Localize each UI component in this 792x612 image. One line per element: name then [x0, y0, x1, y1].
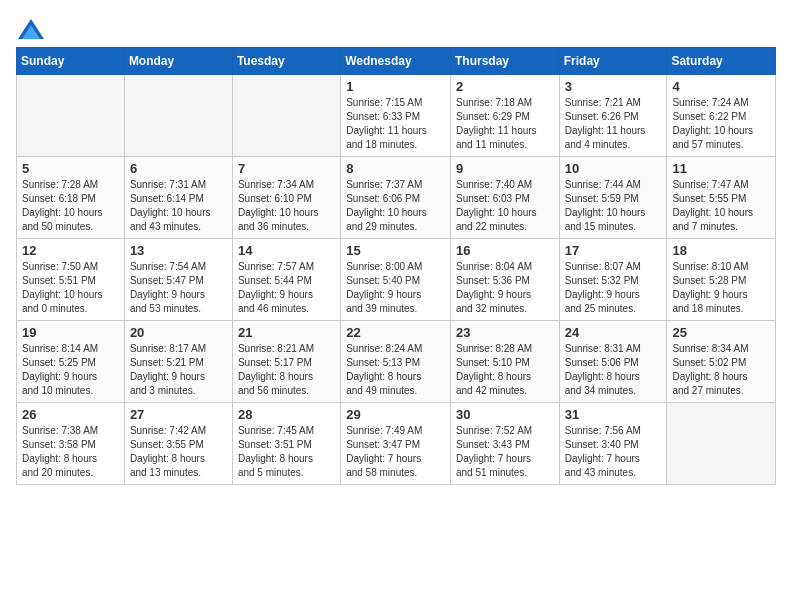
day-info: Sunrise: 7:38 AM Sunset: 3:58 PM Dayligh… [22, 424, 119, 480]
day-info: Sunrise: 7:21 AM Sunset: 6:26 PM Dayligh… [565, 96, 662, 152]
calendar-cell: 22Sunrise: 8:24 AM Sunset: 5:13 PM Dayli… [341, 321, 451, 403]
day-info: Sunrise: 7:31 AM Sunset: 6:14 PM Dayligh… [130, 178, 227, 234]
calendar-cell: 14Sunrise: 7:57 AM Sunset: 5:44 PM Dayli… [232, 239, 340, 321]
calendar-cell: 27Sunrise: 7:42 AM Sunset: 3:55 PM Dayli… [124, 403, 232, 485]
calendar-week-1: 1Sunrise: 7:15 AM Sunset: 6:33 PM Daylig… [17, 75, 776, 157]
calendar-week-2: 5Sunrise: 7:28 AM Sunset: 6:18 PM Daylig… [17, 157, 776, 239]
day-info: Sunrise: 7:56 AM Sunset: 3:40 PM Dayligh… [565, 424, 662, 480]
calendar-cell [124, 75, 232, 157]
calendar-table: SundayMondayTuesdayWednesdayThursdayFrid… [16, 47, 776, 485]
day-number: 1 [346, 79, 445, 94]
day-info: Sunrise: 8:24 AM Sunset: 5:13 PM Dayligh… [346, 342, 445, 398]
day-info: Sunrise: 8:28 AM Sunset: 5:10 PM Dayligh… [456, 342, 554, 398]
day-number: 17 [565, 243, 662, 258]
day-number: 5 [22, 161, 119, 176]
day-info: Sunrise: 8:14 AM Sunset: 5:25 PM Dayligh… [22, 342, 119, 398]
calendar-cell: 8Sunrise: 7:37 AM Sunset: 6:06 PM Daylig… [341, 157, 451, 239]
weekday-header-thursday: Thursday [450, 48, 559, 75]
calendar-cell: 9Sunrise: 7:40 AM Sunset: 6:03 PM Daylig… [450, 157, 559, 239]
day-number: 27 [130, 407, 227, 422]
day-number: 29 [346, 407, 445, 422]
day-info: Sunrise: 7:52 AM Sunset: 3:43 PM Dayligh… [456, 424, 554, 480]
day-number: 15 [346, 243, 445, 258]
calendar-cell: 7Sunrise: 7:34 AM Sunset: 6:10 PM Daylig… [232, 157, 340, 239]
calendar-cell: 12Sunrise: 7:50 AM Sunset: 5:51 PM Dayli… [17, 239, 125, 321]
calendar-week-4: 19Sunrise: 8:14 AM Sunset: 5:25 PM Dayli… [17, 321, 776, 403]
day-info: Sunrise: 8:07 AM Sunset: 5:32 PM Dayligh… [565, 260, 662, 316]
calendar-cell: 6Sunrise: 7:31 AM Sunset: 6:14 PM Daylig… [124, 157, 232, 239]
calendar-cell: 16Sunrise: 8:04 AM Sunset: 5:36 PM Dayli… [450, 239, 559, 321]
day-info: Sunrise: 8:31 AM Sunset: 5:06 PM Dayligh… [565, 342, 662, 398]
calendar-cell: 4Sunrise: 7:24 AM Sunset: 6:22 PM Daylig… [667, 75, 776, 157]
day-number: 7 [238, 161, 335, 176]
day-number: 13 [130, 243, 227, 258]
day-info: Sunrise: 8:00 AM Sunset: 5:40 PM Dayligh… [346, 260, 445, 316]
calendar-cell: 25Sunrise: 8:34 AM Sunset: 5:02 PM Dayli… [667, 321, 776, 403]
calendar-cell: 30Sunrise: 7:52 AM Sunset: 3:43 PM Dayli… [450, 403, 559, 485]
day-info: Sunrise: 8:34 AM Sunset: 5:02 PM Dayligh… [672, 342, 770, 398]
day-info: Sunrise: 7:18 AM Sunset: 6:29 PM Dayligh… [456, 96, 554, 152]
day-info: Sunrise: 7:54 AM Sunset: 5:47 PM Dayligh… [130, 260, 227, 316]
day-number: 2 [456, 79, 554, 94]
calendar-cell: 23Sunrise: 8:28 AM Sunset: 5:10 PM Dayli… [450, 321, 559, 403]
calendar-cell: 11Sunrise: 7:47 AM Sunset: 5:55 PM Dayli… [667, 157, 776, 239]
page-header [16, 16, 776, 37]
calendar-cell: 29Sunrise: 7:49 AM Sunset: 3:47 PM Dayli… [341, 403, 451, 485]
day-number: 31 [565, 407, 662, 422]
day-number: 19 [22, 325, 119, 340]
day-number: 18 [672, 243, 770, 258]
calendar-cell: 13Sunrise: 7:54 AM Sunset: 5:47 PM Dayli… [124, 239, 232, 321]
calendar-cell: 17Sunrise: 8:07 AM Sunset: 5:32 PM Dayli… [559, 239, 667, 321]
day-number: 24 [565, 325, 662, 340]
logo [16, 16, 44, 37]
calendar-cell: 18Sunrise: 8:10 AM Sunset: 5:28 PM Dayli… [667, 239, 776, 321]
day-info: Sunrise: 7:44 AM Sunset: 5:59 PM Dayligh… [565, 178, 662, 234]
weekday-header-sunday: Sunday [17, 48, 125, 75]
day-number: 21 [238, 325, 335, 340]
weekday-header-row: SundayMondayTuesdayWednesdayThursdayFrid… [17, 48, 776, 75]
calendar-cell [667, 403, 776, 485]
day-info: Sunrise: 7:49 AM Sunset: 3:47 PM Dayligh… [346, 424, 445, 480]
calendar-cell: 26Sunrise: 7:38 AM Sunset: 3:58 PM Dayli… [17, 403, 125, 485]
calendar-cell [232, 75, 340, 157]
day-info: Sunrise: 7:15 AM Sunset: 6:33 PM Dayligh… [346, 96, 445, 152]
day-info: Sunrise: 7:45 AM Sunset: 3:51 PM Dayligh… [238, 424, 335, 480]
calendar-cell [17, 75, 125, 157]
weekday-header-tuesday: Tuesday [232, 48, 340, 75]
day-info: Sunrise: 7:40 AM Sunset: 6:03 PM Dayligh… [456, 178, 554, 234]
calendar-cell: 15Sunrise: 8:00 AM Sunset: 5:40 PM Dayli… [341, 239, 451, 321]
calendar-cell: 3Sunrise: 7:21 AM Sunset: 6:26 PM Daylig… [559, 75, 667, 157]
day-info: Sunrise: 7:42 AM Sunset: 3:55 PM Dayligh… [130, 424, 227, 480]
day-number: 26 [22, 407, 119, 422]
day-number: 23 [456, 325, 554, 340]
day-info: Sunrise: 7:37 AM Sunset: 6:06 PM Dayligh… [346, 178, 445, 234]
day-info: Sunrise: 7:34 AM Sunset: 6:10 PM Dayligh… [238, 178, 335, 234]
day-number: 22 [346, 325, 445, 340]
day-info: Sunrise: 8:10 AM Sunset: 5:28 PM Dayligh… [672, 260, 770, 316]
day-number: 4 [672, 79, 770, 94]
day-number: 25 [672, 325, 770, 340]
calendar-week-5: 26Sunrise: 7:38 AM Sunset: 3:58 PM Dayli… [17, 403, 776, 485]
day-number: 20 [130, 325, 227, 340]
logo-icon [16, 17, 40, 37]
day-number: 11 [672, 161, 770, 176]
calendar-cell: 1Sunrise: 7:15 AM Sunset: 6:33 PM Daylig… [341, 75, 451, 157]
day-number: 14 [238, 243, 335, 258]
day-number: 3 [565, 79, 662, 94]
calendar-cell: 24Sunrise: 8:31 AM Sunset: 5:06 PM Dayli… [559, 321, 667, 403]
day-number: 9 [456, 161, 554, 176]
weekday-header-monday: Monday [124, 48, 232, 75]
calendar-cell: 2Sunrise: 7:18 AM Sunset: 6:29 PM Daylig… [450, 75, 559, 157]
calendar-cell: 10Sunrise: 7:44 AM Sunset: 5:59 PM Dayli… [559, 157, 667, 239]
weekday-header-saturday: Saturday [667, 48, 776, 75]
day-info: Sunrise: 7:47 AM Sunset: 5:55 PM Dayligh… [672, 178, 770, 234]
calendar-cell: 28Sunrise: 7:45 AM Sunset: 3:51 PM Dayli… [232, 403, 340, 485]
day-info: Sunrise: 7:28 AM Sunset: 6:18 PM Dayligh… [22, 178, 119, 234]
day-number: 12 [22, 243, 119, 258]
day-number: 30 [456, 407, 554, 422]
day-info: Sunrise: 8:21 AM Sunset: 5:17 PM Dayligh… [238, 342, 335, 398]
calendar-cell: 5Sunrise: 7:28 AM Sunset: 6:18 PM Daylig… [17, 157, 125, 239]
day-info: Sunrise: 7:50 AM Sunset: 5:51 PM Dayligh… [22, 260, 119, 316]
calendar-cell: 19Sunrise: 8:14 AM Sunset: 5:25 PM Dayli… [17, 321, 125, 403]
weekday-header-friday: Friday [559, 48, 667, 75]
